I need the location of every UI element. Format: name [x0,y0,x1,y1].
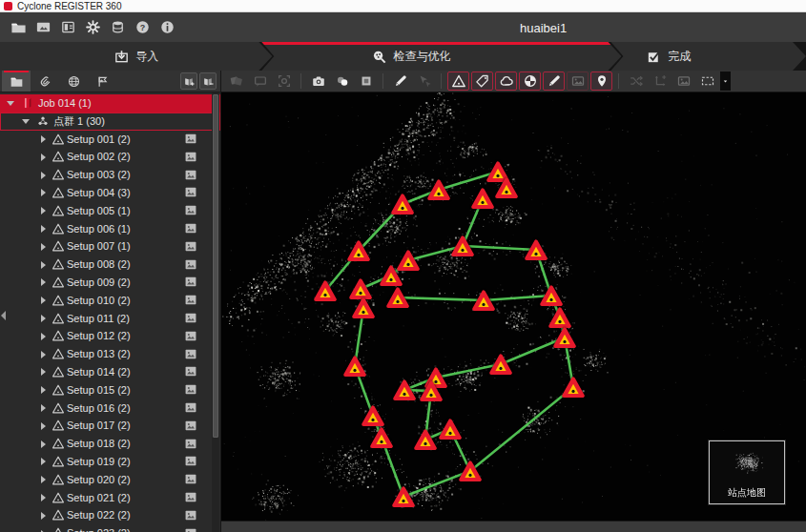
move-axes-button[interactable] [649,72,671,91]
setup-marker-28[interactable] [438,418,463,440]
tree-item-setup-019[interactable]: Setup 019 (2) [0,453,220,471]
attachments-tab[interactable] [31,71,59,92]
setup-marker-27[interactable] [413,428,438,451]
tree-item-setup-003[interactable]: Setup 003 (2) [0,166,220,184]
tree-caret-icon[interactable] [38,310,48,328]
tree-caret-icon[interactable] [38,417,48,435]
setup-marker-6[interactable] [346,239,371,262]
tree-item-setup-011[interactable]: Setup 011 (2) [0,310,220,328]
tree-caret-icon[interactable] [38,327,48,345]
sitemap-overlay[interactable]: 站点地图 [709,440,785,504]
tree-caret-icon[interactable] [38,489,48,507]
tree-item-setup-009[interactable]: Setup 009 (2) [0,274,220,292]
setup-marker-11[interactable] [313,279,338,302]
snapshot-button[interactable] [307,72,329,91]
import-panel-button[interactable] [55,16,80,39]
image-view-button[interactable] [672,72,694,91]
comment-panel-button[interactable] [249,72,271,91]
tree-item-setup-001[interactable]: Setup 001 (2) [0,131,220,149]
setup-image-thumbnail[interactable] [184,133,197,145]
setup-image-thumbnail[interactable] [184,169,197,181]
bundle-add-button[interactable] [180,72,197,90]
setup-marker-15[interactable] [471,289,496,312]
select-mode-button[interactable] [696,72,718,91]
setup-image-thumbnail[interactable] [184,473,197,485]
geo-tab[interactable] [59,71,88,92]
workflow-tab-review[interactable]: 检查与优化 [261,42,621,71]
setup-image-thumbnail[interactable] [184,455,197,467]
tree-item-setup-006[interactable]: Setup 006 (1) [0,220,220,238]
setup-marker-5[interactable] [390,193,415,215]
setup-image-thumbnail[interactable] [184,151,197,163]
tree-caret-icon[interactable] [38,363,48,381]
show-measure-toggle[interactable] [543,72,565,91]
setup-image-thumbnail[interactable] [184,401,197,414]
select-mode-caret-button[interactable] [720,72,731,91]
auto-link-button[interactable] [625,72,647,91]
setup-image-thumbnail[interactable] [184,419,197,432]
close-project-button[interactable] [31,16,55,39]
pointcloud-viewport[interactable]: 站点地图 [221,92,806,521]
setup-image-thumbnail[interactable] [184,438,197,450]
tree-item-setup-023[interactable]: Setup 023 (2) [0,524,220,532]
setup-image-thumbnail[interactable] [184,330,197,342]
setup-image-thumbnail[interactable] [184,240,197,253]
setup-marker-14[interactable] [351,297,376,319]
setup-image-thumbnail[interactable] [184,491,197,503]
tree-caret-icon[interactable] [38,274,48,292]
setup-marker-29[interactable] [458,460,483,482]
workflow-tab-import[interactable]: 导入 [0,42,272,71]
tree-caret-icon[interactable] [38,131,48,149]
setup-image-thumbnail[interactable] [184,186,197,198]
setup-image-thumbnail[interactable] [184,348,197,360]
show-images-toggle[interactable] [567,72,589,91]
copy-tags-button[interactable] [225,72,247,91]
help-button[interactable]: ? [130,16,155,39]
about-button[interactable] [155,16,179,39]
storage-button[interactable] [105,16,130,39]
setup-marker-4[interactable] [470,187,495,210]
setup-marker-26[interactable] [369,426,394,449]
setup-marker-10[interactable] [524,238,548,261]
setup-image-thumbnail[interactable] [184,294,197,306]
tree-caret-icon[interactable] [38,166,48,184]
tree-caret-icon[interactable] [38,506,48,524]
tree-caret-icon[interactable] [38,381,48,399]
tree-item-setup-008[interactable]: Setup 008 (2) [0,256,220,274]
tree-item-setup-022[interactable]: Setup 022 (2) [0,506,220,524]
tree-caret-icon[interactable] [6,94,15,113]
setup-marker-13[interactable] [385,286,410,309]
project-tree-tab[interactable] [2,71,31,92]
tree-caret-icon[interactable] [38,292,48,310]
contrast-view-toggle[interactable] [519,72,541,91]
tree-item-cluster[interactable]: 点群 1 (30) [0,113,220,131]
tree-item-setup-002[interactable]: Setup 002 (2) [0,148,220,166]
tree-item-setup-005[interactable]: Setup 005 (1) [0,202,220,220]
marks-tab[interactable] [88,71,116,92]
show-labels-toggle[interactable] [471,72,493,91]
tree-caret-icon[interactable] [38,237,48,256]
settings-button[interactable] [80,16,105,39]
tree-scrollbar[interactable] [212,92,219,532]
tree-item-setup-007[interactable]: Setup 007 (1) [0,237,220,256]
tree-caret-icon[interactable] [38,471,48,489]
tree-item-setup-018[interactable]: Setup 018 (2) [0,435,220,453]
tree-item-job[interactable]: Job 014 (1) [0,94,220,113]
setup-image-thumbnail[interactable] [184,204,197,216]
tree-caret-icon[interactable] [38,345,48,363]
tree-caret-icon[interactable] [21,113,31,131]
pick-points-button[interactable] [413,72,435,91]
setup-image-thumbnail[interactable] [184,258,197,271]
setup-marker-16[interactable] [539,284,564,307]
square-tool-button[interactable] [355,72,377,91]
tree-item-setup-016[interactable]: Setup 016 (2) [0,399,220,418]
setup-marker-24[interactable] [488,353,513,376]
setup-marker-2[interactable] [426,178,451,201]
setup-image-thumbnail[interactable] [184,222,197,235]
show-setups-toggle[interactable] [447,72,469,91]
setup-marker-30[interactable] [391,485,416,508]
tree-item-setup-010[interactable]: Setup 010 (2) [0,292,220,310]
bundle-collapse-button[interactable] [199,72,217,90]
measure-button[interactable] [389,72,411,91]
tree-caret-icon[interactable] [38,220,48,238]
